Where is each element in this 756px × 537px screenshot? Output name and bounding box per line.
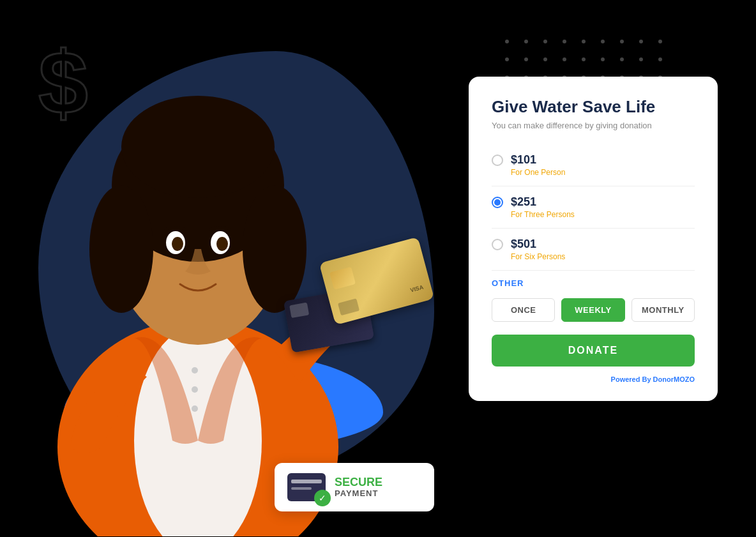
radio-circle-3 (492, 239, 503, 250)
other-label: OTHER (492, 271, 695, 298)
donate-button[interactable]: DONATE (492, 335, 695, 367)
powered-by-brand: DonorMOZO (653, 375, 695, 383)
svg-point-10 (524, 57, 528, 61)
option-2-amount: $251 (511, 195, 575, 209)
svg-point-16 (639, 57, 643, 61)
freq-monthly-button[interactable]: MONTHLY (631, 298, 695, 322)
svg-point-79 (89, 185, 153, 313)
radio-option-1[interactable] (492, 155, 503, 166)
svg-point-80 (243, 185, 306, 313)
option-3-text: $501 For Six Persons (511, 238, 565, 261)
svg-point-3 (563, 40, 566, 43)
option-1-text: $101 For One Person (511, 153, 565, 177)
secure-subtitle: PAYMENT (335, 488, 382, 498)
radio-circle-2 (492, 197, 503, 208)
svg-point-9 (505, 57, 509, 61)
option-3-amount: $501 (511, 238, 565, 251)
option-3-desc: For Six Persons (511, 252, 565, 261)
svg-point-5 (601, 40, 605, 43)
svg-point-81 (121, 96, 275, 198)
svg-point-6 (620, 40, 624, 43)
radio-option-3[interactable] (492, 239, 503, 250)
option-1-desc: For One Person (511, 168, 565, 177)
svg-point-86 (192, 367, 198, 374)
freq-once-button[interactable]: ONCE (492, 298, 555, 322)
badge-card-wrapper: ✓ (287, 473, 326, 501)
lock-icon: ✓ (314, 490, 331, 506)
secure-payment-badge: ✓ SECURE PAYMENT (275, 463, 434, 511)
card-subtitle: You can make difference by giving donati… (492, 121, 695, 130)
svg-point-87 (192, 386, 198, 393)
powered-by-prefix: Powered By (611, 375, 653, 383)
svg-point-85 (216, 237, 228, 251)
svg-point-4 (582, 40, 586, 43)
powered-by: Powered By DonorMOZO (492, 375, 695, 383)
donation-option-1[interactable]: $101 For One Person (492, 144, 695, 186)
svg-point-1 (524, 40, 528, 43)
card-title: Give Water Save Life (492, 97, 695, 117)
scene: $ // dots rendered inline // We'll rende… (0, 0, 756, 537)
svg-point-15 (620, 57, 624, 61)
freq-weekly-button[interactable]: WEEKLY (561, 298, 624, 322)
option-2-desc: For Three Persons (511, 210, 575, 219)
svg-point-88 (192, 405, 198, 412)
svg-point-7 (639, 40, 643, 43)
svg-point-12 (563, 57, 566, 61)
svg-point-2 (543, 40, 547, 43)
svg-point-13 (582, 57, 586, 61)
svg-point-84 (172, 237, 183, 251)
radio-circle-1 (492, 155, 503, 166)
secure-title: SECURE (335, 476, 382, 489)
frequency-buttons: ONCE WEEKLY MONTHLY (492, 298, 695, 322)
svg-point-11 (543, 57, 547, 61)
svg-point-14 (601, 57, 605, 61)
option-1-amount: $101 (511, 153, 565, 167)
option-2-text: $251 For Three Persons (511, 195, 575, 219)
svg-point-0 (505, 40, 509, 43)
secure-text: SECURE PAYMENT (335, 476, 382, 499)
radio-option-2[interactable] (492, 197, 503, 208)
donation-option-3[interactable]: $501 For Six Persons (492, 229, 695, 271)
donation-option-2[interactable]: $251 For Three Persons (492, 186, 695, 229)
donation-card: Give Water Save Life You can make differ… (469, 77, 718, 401)
svg-point-17 (658, 57, 662, 61)
svg-point-8 (658, 40, 662, 43)
